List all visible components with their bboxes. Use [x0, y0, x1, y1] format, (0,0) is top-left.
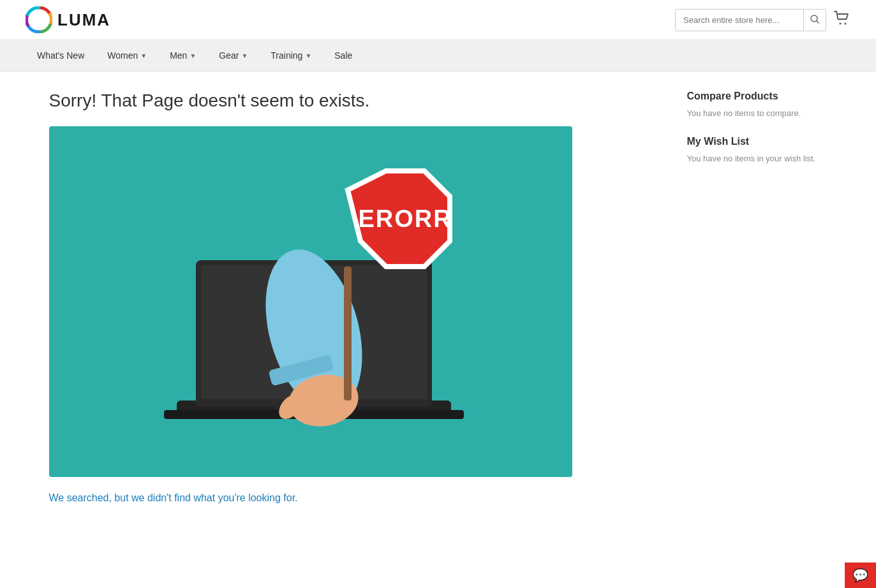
- sidebar: Compare Products You have no items to co…: [687, 91, 828, 504]
- nav-item-sale[interactable]: Sale: [323, 40, 364, 71]
- page-title: Sorry! That Page doesn't seem to exists.: [49, 91, 662, 111]
- svg-rect-17: [344, 267, 352, 401]
- chevron-down-icon: ▼: [305, 52, 311, 59]
- nav-item-men[interactable]: Men ▼: [158, 40, 207, 71]
- logo-icon: [26, 6, 52, 33]
- wish-list-title: My Wish List: [687, 136, 828, 147]
- logo-area[interactable]: LUMA: [26, 6, 110, 33]
- site-header: LUMA: [0, 0, 876, 40]
- search-button[interactable]: [803, 10, 826, 31]
- bottom-text: We searched, but we didn't find what you…: [49, 492, 662, 504]
- compare-products-title: Compare Products: [687, 91, 828, 102]
- compare-products-text: You have no items to compare.: [687, 108, 828, 118]
- error-illustration: ERORR: [49, 126, 572, 477]
- main-container: Sorry! That Page doesn't seem to exists.: [24, 71, 853, 523]
- svg-rect-14: [320, 386, 332, 410]
- svg-line-2: [817, 21, 819, 23]
- svg-point-3: [840, 23, 842, 25]
- svg-text:ERORR: ERORR: [358, 205, 452, 232]
- compare-products-section: Compare Products You have no items to co…: [687, 91, 828, 118]
- search-icon: [810, 15, 819, 24]
- main-nav: What's New Women ▼ Men ▼ Gear ▼ Training…: [0, 40, 876, 71]
- nav-item-training[interactable]: Training ▼: [259, 40, 323, 71]
- svg-rect-13: [309, 385, 321, 409]
- cart-icon: [834, 11, 850, 25]
- chevron-down-icon: ▼: [189, 52, 196, 59]
- search-box: [675, 9, 826, 31]
- logo-text: LUMA: [57, 10, 110, 30]
- error-svg: ERORR: [49, 126, 572, 477]
- nav-item-whats-new[interactable]: What's New: [26, 40, 96, 71]
- wish-list-section: My Wish List You have no items in your w…: [687, 136, 828, 163]
- nav-item-gear[interactable]: Gear ▼: [207, 40, 259, 71]
- wish-list-text: You have no items in your wish list.: [687, 154, 828, 163]
- search-input[interactable]: [676, 10, 803, 30]
- header-right: [675, 9, 850, 31]
- chevron-down-icon: ▼: [241, 52, 248, 59]
- chevron-down-icon: ▼: [140, 52, 147, 59]
- content-area: Sorry! That Page doesn't seem to exists.: [49, 91, 662, 504]
- nav-item-women[interactable]: Women ▼: [96, 40, 158, 71]
- svg-point-4: [845, 23, 847, 25]
- cart-button[interactable]: [834, 11, 850, 29]
